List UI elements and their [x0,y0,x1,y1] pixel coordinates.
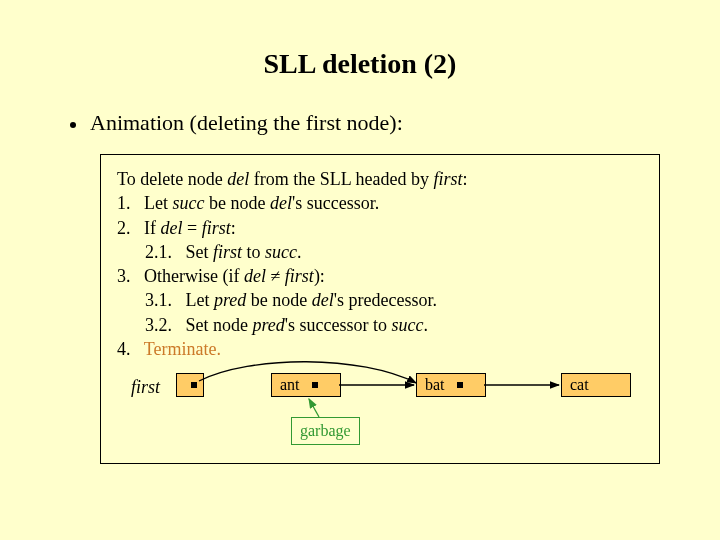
t: 's successor to [285,315,392,335]
t: Otherwise (if [144,266,244,286]
sll-diagram: first ant bat cat garbage [121,369,639,449]
step-3-2: 3.2. Set node pred's successor to succ. [117,313,643,337]
var-first: first [433,169,462,189]
num: 1. [117,193,131,213]
var-del: del [312,290,334,310]
var-first: first [202,218,231,238]
num: 2.1. [145,242,172,262]
t: Let [186,290,215,310]
var-pred: pred [253,315,285,335]
var-succ: succ [392,315,424,335]
t: 's successor. [292,193,379,213]
num: 3. [117,266,131,286]
t: 's predecessor. [334,290,437,310]
step-2-1: 2.1. Set first to succ. [117,240,643,264]
t: . [424,315,429,335]
t: . [297,242,302,262]
t: be node [246,290,311,310]
t: ): [314,266,325,286]
var-succ: succ [173,193,205,213]
t: = [183,218,202,238]
num: 4. [117,339,131,359]
terminate-text: Terminate. [144,339,221,359]
t: : [463,169,468,189]
t: Let [144,193,173,213]
arrow-garbage-to-ant [309,399,319,417]
var-del: del [227,169,249,189]
var-del: del [270,193,292,213]
num: 3.1. [145,290,172,310]
t: be node [204,193,269,213]
var-first: first [285,266,314,286]
step-3-1: 3.1. Let pred be node del's predecessor. [117,288,643,312]
algorithm-box: To delete node del from the SLL headed b… [100,154,660,464]
num: 2. [117,218,131,238]
bullet-text: Animation (deleting the first node): [90,110,403,135]
t: To delete node [117,169,227,189]
var-del: del [244,266,266,286]
t: ≠ [266,266,285,286]
t: If [144,218,161,238]
step-3: 3. Otherwise (if del ≠ first): [117,264,643,288]
step-2: 2. If del = first: [117,216,643,240]
page-title: SLL deletion (2) [0,0,720,110]
var-pred: pred [214,290,246,310]
arrows-svg [121,369,639,449]
t: from the SLL headed by [249,169,433,189]
bullet-dot [70,122,76,128]
t: Set node [186,315,253,335]
t: : [231,218,236,238]
step-1: 1. Let succ be node del's successor. [117,191,643,215]
bullet-line: Animation (deleting the first node): [0,110,720,154]
var-del: del [161,218,183,238]
algo-intro: To delete node del from the SLL headed b… [117,167,643,191]
var-succ: succ [265,242,297,262]
t: to [242,242,265,262]
num: 3.2. [145,315,172,335]
var-first: first [213,242,242,262]
arrow-first-to-bat [199,362,416,383]
step-4: 4. Terminate. [117,337,643,361]
t: Set [186,242,214,262]
